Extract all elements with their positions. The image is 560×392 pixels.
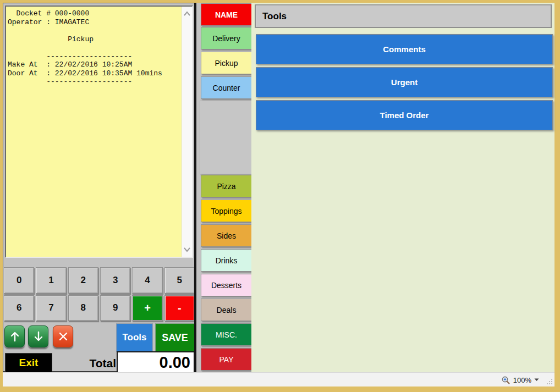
status-bar: 100% — [3, 372, 554, 387]
up-arrow-icon — [9, 330, 20, 343]
empty-category-slot — [200, 101, 252, 174]
key-9[interactable]: 9 — [100, 295, 130, 322]
category-column: NAME Delivery Pickup Counter Pizza Toppi… — [196, 3, 251, 372]
key-0[interactable]: 0 — [4, 267, 34, 294]
key-7[interactable]: 7 — [36, 295, 66, 322]
pos-window: Docket # 000-0000 Operator : IMAGATEC Pi… — [0, 0, 560, 392]
key-4[interactable]: 4 — [132, 267, 162, 294]
order-panel: Docket # 000-0000 Operator : IMAGATEC Pi… — [3, 3, 194, 372]
tools-panel: Tools Comments Urgent Timed Order — [251, 3, 554, 372]
total-label: Total — [53, 353, 116, 373]
category-desserts-button[interactable]: Desserts — [201, 274, 252, 296]
docket-display: Docket # 000-0000 Operator : IMAGATEC Pi… — [5, 5, 193, 258]
comments-button[interactable]: Comments — [256, 34, 553, 64]
order-type-delivery-button[interactable]: Delivery — [201, 27, 252, 49]
numeric-keypad: 0 1 2 3 4 5 6 7 8 9 + - — [4, 267, 195, 321]
zoom-magnifier-icon — [501, 376, 510, 385]
close-icon — [58, 331, 69, 342]
down-arrow-icon — [33, 330, 44, 343]
scroll-down-button[interactable] — [28, 325, 48, 347]
order-type-counter-button[interactable]: Counter — [201, 76, 252, 99]
urgent-button[interactable]: Urgent — [256, 67, 553, 97]
category-pay-button[interactable]: PAY — [201, 348, 252, 371]
key-minus[interactable]: - — [164, 295, 195, 322]
category-pizza-button[interactable]: Pizza — [201, 175, 252, 197]
docket-text: Docket # 000-0000 Operator : IMAGATEC Pi… — [6, 7, 192, 86]
delete-line-button[interactable] — [53, 325, 73, 347]
key-2[interactable]: 2 — [68, 267, 98, 294]
key-8[interactable]: 8 — [68, 295, 98, 322]
scroll-up-button[interactable] — [4, 325, 25, 347]
timed-order-button[interactable]: Timed Order — [256, 100, 553, 130]
save-button[interactable]: SAVE — [155, 323, 195, 352]
key-plus[interactable]: + — [132, 295, 162, 322]
zoom-dropdown-icon[interactable] — [534, 378, 539, 382]
zoom-control[interactable]: 100% — [501, 375, 539, 385]
zoom-level-text: 100% — [513, 376, 531, 384]
order-type-pickup-button[interactable]: Pickup — [201, 52, 252, 74]
key-1[interactable]: 1 — [36, 267, 66, 294]
docket-scrollbar[interactable] — [182, 7, 192, 257]
tools-panel-title: Tools — [255, 4, 552, 28]
scroll-up-icon[interactable] — [183, 11, 191, 16]
category-toppings-button[interactable]: Toppings — [201, 200, 252, 222]
key-3[interactable]: 3 — [100, 267, 130, 294]
tools-button[interactable]: Tools — [116, 323, 153, 352]
key-5[interactable]: 5 — [164, 267, 195, 294]
category-sides-button[interactable]: Sides — [201, 224, 252, 247]
category-drinks-button[interactable]: Drinks — [201, 249, 252, 272]
key-6[interactable]: 6 — [4, 295, 34, 322]
category-misc-button[interactable]: MISC. — [201, 323, 252, 346]
order-type-name-button[interactable]: NAME — [201, 3, 252, 26]
resize-grip[interactable] — [546, 378, 553, 385]
category-deals-button[interactable]: Deals — [201, 299, 252, 321]
main-content: Docket # 000-0000 Operator : IMAGATEC Pi… — [3, 3, 554, 372]
scroll-down-icon[interactable] — [183, 247, 191, 252]
exit-button[interactable]: Exit — [5, 353, 52, 373]
total-value: 0.00 — [117, 351, 195, 373]
